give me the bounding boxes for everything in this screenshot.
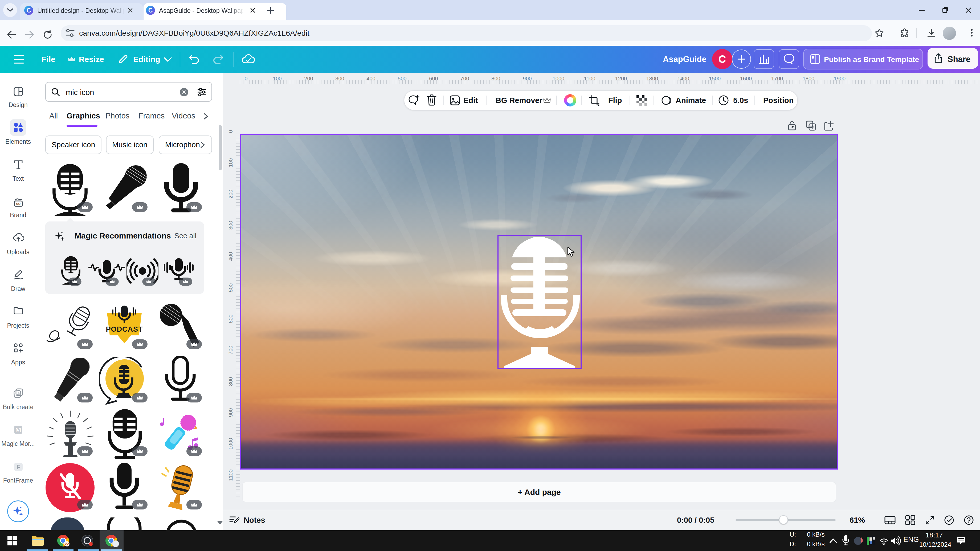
svg-text:PODCAST: PODCAST [106, 325, 143, 333]
svg-text:M: M [16, 426, 22, 433]
svg-text:F: F [16, 464, 21, 471]
svg-text:co: co [16, 202, 21, 206]
